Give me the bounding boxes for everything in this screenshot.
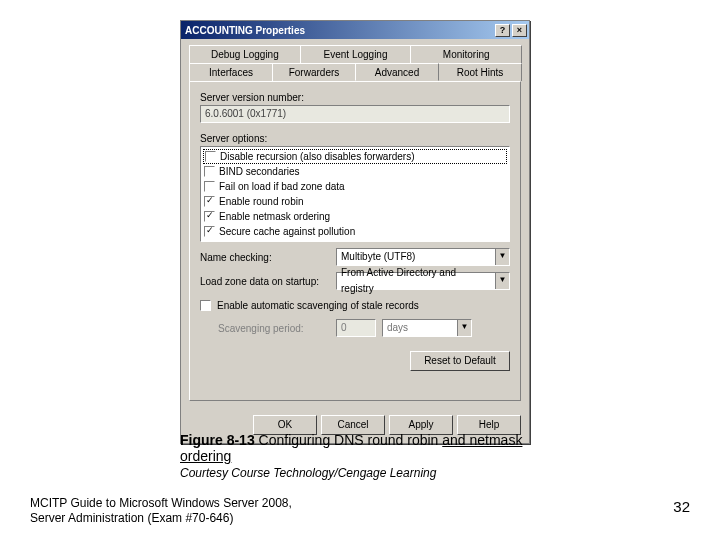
figure-courtesy: Courtesy Course Technology/Cengage Learn…	[180, 466, 540, 480]
chevron-down-icon[interactable]: ▼	[495, 249, 509, 265]
server-options-list[interactable]: Disable recursion (also disables forward…	[200, 146, 510, 242]
titlebar[interactable]: ACCOUNTING Properties ? ×	[181, 21, 529, 39]
load-zone-combo[interactable]: From Active Directory and registry ▼	[336, 272, 510, 290]
tab-interfaces[interactable]: Interfaces	[189, 63, 273, 81]
server-options-label: Server options:	[200, 133, 510, 144]
tab-strip: Debug Logging Event Logging Monitoring I…	[189, 45, 521, 81]
checkbox-icon[interactable]	[204, 166, 215, 177]
figure-caption: Figure 8-13 Configuring DNS round robin …	[180, 432, 540, 480]
option-label: Enable round robin	[219, 196, 304, 207]
scavenging-period-label: Scavenging period:	[218, 323, 330, 334]
reset-to-default-button[interactable]: Reset to Default	[410, 351, 510, 371]
window-title: ACCOUNTING Properties	[185, 25, 305, 36]
checkbox-icon[interactable]	[204, 181, 215, 192]
tab-forwarders[interactable]: Forwarders	[272, 63, 356, 81]
checkbox-icon[interactable]	[204, 196, 215, 207]
option-enable-netmask-ordering[interactable]: Enable netmask ordering	[203, 209, 507, 224]
option-label: Fail on load if bad zone data	[219, 181, 345, 192]
server-version-value: 6.0.6001 (0x1771)	[200, 105, 510, 123]
checkbox-icon[interactable]	[204, 226, 215, 237]
option-label: Secure cache against pollution	[219, 226, 355, 237]
combo-value: From Active Directory and registry	[337, 265, 495, 297]
help-button[interactable]: ?	[495, 24, 510, 37]
option-secure-cache[interactable]: Secure cache against pollution	[203, 224, 507, 239]
checkbox-icon[interactable]	[204, 211, 215, 222]
slide-footer: MCITP Guide to Microsoft Windows Server …	[30, 496, 292, 526]
combo-value: Multibyte (UTF8)	[337, 249, 495, 265]
figure-number: Figure 8-13	[180, 432, 255, 448]
footer-line-1: MCITP Guide to Microsoft Windows Server …	[30, 496, 292, 511]
checkbox-icon[interactable]	[205, 151, 216, 162]
name-checking-label: Name checking:	[200, 252, 330, 263]
chevron-down-icon[interactable]: ▼	[495, 273, 509, 289]
combo-value: days	[383, 320, 457, 336]
server-version-label: Server version number:	[200, 92, 510, 103]
advanced-tab-panel: Server version number: 6.0.6001 (0x1771)…	[189, 81, 521, 401]
tab-debug-logging[interactable]: Debug Logging	[189, 45, 301, 63]
scavenging-unit-combo: days ▼	[382, 319, 472, 337]
scavenging-checkbox[interactable]	[200, 300, 211, 311]
tab-advanced[interactable]: Advanced	[355, 63, 439, 81]
accounting-properties-dialog: ACCOUNTING Properties ? × Debug Logging …	[180, 20, 530, 444]
option-fail-on-load[interactable]: Fail on load if bad zone data	[203, 179, 507, 194]
option-enable-round-robin[interactable]: Enable round robin	[203, 194, 507, 209]
option-label: Disable recursion (also disables forward…	[220, 151, 415, 162]
option-label: Enable netmask ordering	[219, 211, 330, 222]
option-label: BIND secondaries	[219, 166, 300, 177]
tab-root-hints[interactable]: Root Hints	[438, 63, 522, 81]
load-zone-label: Load zone data on startup:	[200, 276, 330, 287]
close-button[interactable]: ×	[512, 24, 527, 37]
scavenging-value[interactable]: 0	[336, 319, 376, 337]
chevron-down-icon: ▼	[457, 320, 471, 336]
option-disable-recursion[interactable]: Disable recursion (also disables forward…	[203, 149, 507, 164]
page-number: 32	[673, 498, 690, 515]
scavenging-checkbox-label: Enable automatic scavenging of stale rec…	[217, 300, 419, 311]
tab-monitoring[interactable]: Monitoring	[410, 45, 522, 63]
option-bind-secondaries[interactable]: BIND secondaries	[203, 164, 507, 179]
footer-line-2: Server Administration (Exam #70-646)	[30, 511, 292, 526]
name-checking-combo[interactable]: Multibyte (UTF8) ▼	[336, 248, 510, 266]
tab-event-logging[interactable]: Event Logging	[300, 45, 412, 63]
